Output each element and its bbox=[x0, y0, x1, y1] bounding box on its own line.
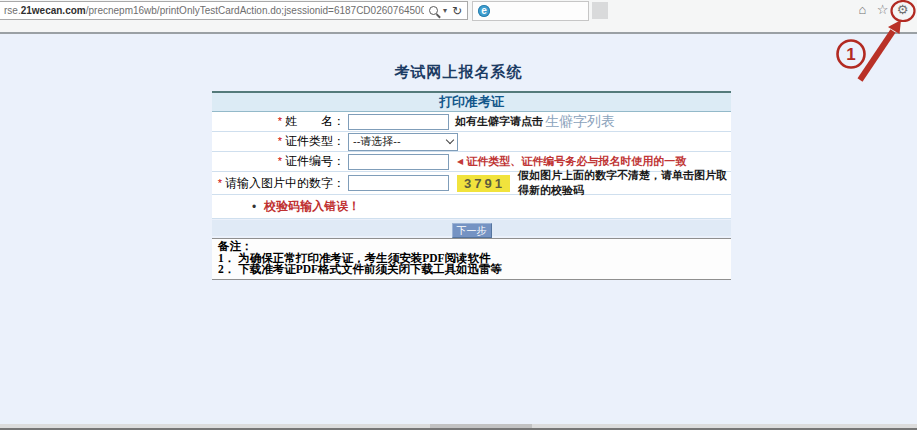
id-type-label: *证件类型： bbox=[212, 133, 345, 150]
select-chevron-icon bbox=[446, 136, 454, 144]
left-triangle-icon: ◀ bbox=[457, 157, 463, 166]
rare-char-hint: 如有生僻字请点击 bbox=[455, 114, 543, 129]
browser-chrome: rse.21wecan.com/precnepm16wb/printOnlyTe… bbox=[0, 0, 917, 34]
page-content: 考试网上报名系统 打印准考证 *姓 名： 如有生僻字请点击 生僻字列表 *证件类… bbox=[0, 36, 917, 425]
search-icon[interactable] bbox=[429, 6, 438, 15]
error-message: 校验码输入错误！ bbox=[264, 198, 360, 215]
captcha-image[interactable]: 3791 bbox=[457, 175, 510, 192]
captcha-hint: 假如图片上面的数字不清楚，请单击图片取得新的校验码 bbox=[518, 168, 731, 198]
tools-gear-icon[interactable]: ⚙ bbox=[895, 2, 910, 17]
refresh-icon[interactable]: ↻ bbox=[452, 6, 462, 16]
horizontal-scrollbar[interactable] bbox=[0, 424, 917, 430]
notes-item: 2． 下载准考证PDF格式文件前须关闭下载工具如迅雷等 bbox=[218, 264, 727, 276]
print-ticket-form: 打印准考证 *姓 名： 如有生僻字请点击 生僻字列表 *证件类型： --请选择-… bbox=[212, 91, 731, 219]
captcha-input[interactable] bbox=[348, 175, 449, 191]
url-domain: 21wecan.com bbox=[21, 5, 86, 16]
rare-char-list-link[interactable]: 生僻字列表 bbox=[545, 113, 615, 131]
id-number-warning: 证件类型、证件编号务必与报名时使用的一致 bbox=[466, 154, 686, 169]
browser-tab[interactable]: e bbox=[472, 1, 589, 21]
ie-favicon-icon: e bbox=[478, 5, 490, 17]
form-row-id-type: *证件类型： --请选择-- bbox=[212, 132, 731, 152]
id-type-selected-value: --请选择-- bbox=[353, 134, 401, 149]
required-asterisk: * bbox=[278, 115, 282, 127]
new-tab-button[interactable] bbox=[592, 2, 608, 19]
form-row-error: • 校验码输入错误！ bbox=[212, 195, 731, 219]
address-bar-icons: ▾ ↻ bbox=[424, 6, 467, 16]
browser-toolbar-icons: ⌂ ☆ ⚙ bbox=[855, 2, 910, 17]
url-path: /precnepm16wb/printOnlyTestCardAction.do… bbox=[86, 5, 424, 16]
address-bar[interactable]: rse.21wecan.com/precnepm16wb/printOnlyTe… bbox=[0, 1, 468, 20]
page-title: 考试网上报名系统 bbox=[0, 63, 917, 82]
scrollbar-thumb[interactable] bbox=[430, 424, 532, 428]
next-step-button[interactable]: 下一步 bbox=[452, 223, 492, 238]
name-input[interactable] bbox=[348, 114, 449, 130]
chevron-down-icon[interactable]: ▾ bbox=[443, 6, 447, 15]
url-text[interactable]: rse.21wecan.com/precnepm16wb/printOnlyTe… bbox=[4, 5, 424, 16]
browser-window: rse.21wecan.com/precnepm16wb/printOnlyTe… bbox=[0, 0, 917, 430]
captcha-label: *请输入图片中的数字： bbox=[212, 175, 345, 192]
home-icon[interactable]: ⌂ bbox=[855, 2, 870, 17]
form-section-header: 打印准考证 bbox=[212, 93, 731, 112]
id-number-input[interactable] bbox=[348, 154, 449, 170]
name-label: *姓 名： bbox=[212, 113, 345, 130]
button-bar: 下一步 bbox=[212, 220, 731, 236]
id-type-select[interactable]: --请选择-- bbox=[348, 133, 458, 151]
error-bullet: • bbox=[252, 200, 256, 214]
required-asterisk: * bbox=[278, 155, 282, 167]
id-number-label: *证件编号： bbox=[212, 153, 345, 170]
favorites-star-icon[interactable]: ☆ bbox=[875, 2, 890, 17]
form-row-captcha: *请输入图片中的数字： 3791 假如图片上面的数字不清楚，请单击图片取得新的校… bbox=[212, 172, 731, 195]
notes-title: 备注： bbox=[218, 241, 727, 253]
notes-section: 备注： 1． 为确保正常打印准考证，考生须安装PDF阅读软件 2． 下载准考证P… bbox=[212, 238, 731, 280]
required-asterisk: * bbox=[218, 177, 222, 189]
url-prefix: rse. bbox=[4, 5, 21, 16]
form-row-name: *姓 名： 如有生僻字请点击 生僻字列表 bbox=[212, 112, 731, 132]
required-asterisk: * bbox=[278, 135, 282, 147]
